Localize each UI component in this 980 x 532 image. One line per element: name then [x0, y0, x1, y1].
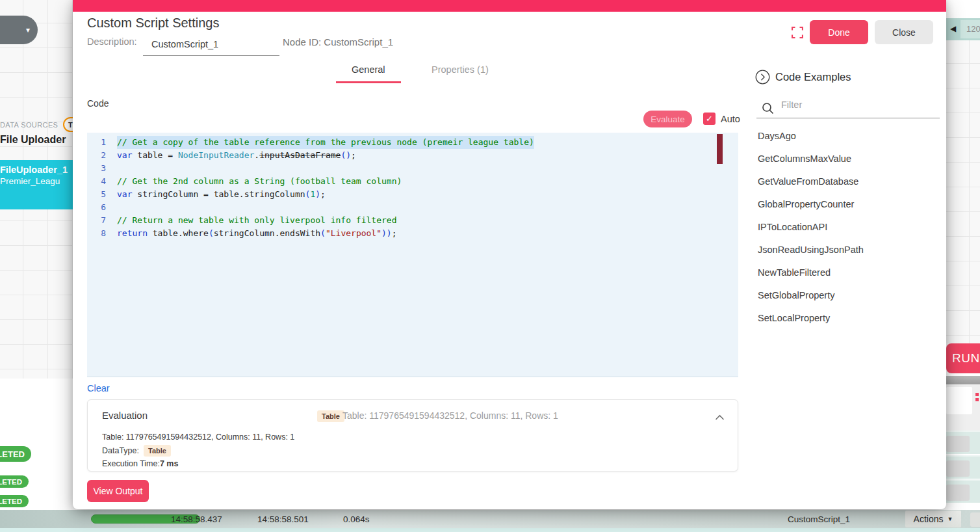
file-uploader-node[interactable]: FileUploader_1 Premier_Leagu [0, 160, 82, 209]
node-type-label: File Uploader [0, 134, 66, 146]
code-example-item[interactable]: SetGlobalProperty [758, 284, 941, 306]
execution-time-value: 7 ms [160, 459, 179, 468]
code-example-item[interactable]: JsonReadUsingJsonPath [758, 238, 941, 261]
line-number: 5 [87, 188, 117, 201]
code-examples-title: Code Examples [775, 71, 851, 83]
code-line[interactable]: 8return table.where(stringColumn.endsWit… [87, 227, 738, 240]
collapse-left-icon[interactable]: ◀ [950, 24, 956, 33]
tab-general[interactable]: General [336, 64, 401, 83]
dialog-title: Custom Script Settings [87, 16, 219, 31]
code-line[interactable]: 3 [87, 162, 738, 175]
code-example-item[interactable]: GetColumnsMaxValue [758, 147, 941, 170]
actions-dropdown-button[interactable]: Actions ▼ [905, 511, 961, 527]
result-row-fragment[interactable] [946, 479, 980, 503]
chevron-down-icon: ▾ [26, 25, 30, 34]
description-input[interactable] [143, 33, 279, 56]
code-text: var table = NodeInputReader.inputAsDataF… [117, 149, 356, 162]
code-line[interactable]: 6 [87, 201, 738, 214]
done-button[interactable]: Done [810, 20, 868, 44]
duration: 0.064s [343, 514, 370, 524]
datatype-badge: Table [144, 445, 171, 457]
evaluation-title: Evaluation [102, 410, 148, 421]
filter-underline [756, 118, 940, 118]
app-screen: ▾ DATA SOURCES TR File Uploader FileUplo… [0, 0, 980, 532]
start-time: 14:58:58.437 [171, 514, 222, 524]
clear-link[interactable]: Clear [87, 383, 110, 393]
code-text: return table.where(stringColumn.endsWith… [117, 227, 397, 240]
execution-time-row: Execution Time:7 ms [102, 459, 178, 468]
collapse-chevron-icon[interactable] [715, 411, 725, 423]
line-number: 4 [87, 175, 117, 188]
chevron-down-icon: ▼ [948, 516, 953, 522]
run-button[interactable]: RUN [946, 343, 980, 373]
line-number: 2 [87, 149, 117, 162]
code-text: // Return a new table with only liverpoo… [117, 214, 396, 227]
code-example-item[interactable]: SetLocalProperty [758, 306, 941, 329]
code-text: var stringColumn = table.stringColumn(1)… [117, 188, 326, 201]
right-panel-card-fragment [946, 387, 972, 414]
zoom-value: 120 [966, 24, 980, 34]
code-line[interactable]: 4// Get the 2nd column as a String (foot… [87, 175, 738, 188]
evaluation-table-detail: Table: 1179765491594432512, Columns: 11,… [102, 432, 294, 442]
table-type-badge: Table [317, 410, 344, 422]
custom-script-settings-dialog: Custom Script Settings Description: Node… [73, 0, 946, 509]
code-example-item[interactable]: GetValueFromDatabase [758, 170, 941, 193]
code-text: // Get a copy of the table reference fro… [117, 136, 534, 149]
node-title: FileUploader_1 [0, 165, 82, 175]
code-section-label: Code [87, 98, 109, 109]
code-line[interactable]: 5var stringColumn = table.stringColumn(1… [87, 188, 738, 201]
evaluate-button[interactable]: Evaluate [643, 111, 692, 127]
actions-label: Actions [914, 514, 944, 524]
status-badge: LETED [0, 495, 29, 507]
code-line[interactable]: 1// Get a copy of the table reference fr… [87, 136, 738, 149]
accent-dot [975, 393, 979, 396]
auto-checkbox[interactable]: ✓ [703, 113, 716, 125]
code-editor[interactable]: 1// Get a copy of the table reference fr… [87, 133, 738, 377]
bottom-edge-strip [0, 528, 980, 532]
code-example-item[interactable]: GlobalPropertyCounter [758, 193, 941, 215]
line-number: 7 [87, 214, 117, 227]
canvas-toolbar-pill[interactable]: ▾ [0, 16, 38, 44]
end-time: 14:58:58.501 [257, 514, 309, 524]
panel-divider [946, 376, 980, 384]
code-line[interactable]: 7// Return a new table with only liverpo… [87, 214, 738, 227]
code-text: // Get the 2nd column as a String (footb… [117, 175, 402, 188]
status-badge: LETED [0, 475, 29, 488]
node-subtitle: Premier_Leagu [0, 176, 82, 186]
close-button[interactable]: Close [875, 20, 933, 44]
evaluation-card: Evaluation Table Table: 1179765491594432… [87, 399, 738, 472]
view-output-button[interactable]: View Output [87, 480, 149, 502]
result-row-fragment[interactable] [946, 431, 980, 454]
auto-checkbox-label: Auto [721, 114, 740, 124]
line-number: 8 [87, 227, 117, 240]
accent-dot [975, 398, 979, 401]
zoom-control[interactable]: ◀ 120 [946, 18, 980, 40]
code-example-item[interactable]: IPToLocationAPI [758, 215, 941, 238]
filter-input[interactable] [780, 99, 938, 111]
code-examples-list: DaysAgoGetColumnsMaxValueGetValueFromDat… [758, 124, 941, 329]
code-line[interactable]: 2var table = NodeInputReader.inputAsData… [87, 149, 738, 162]
editor-scrollbar-thumb[interactable] [717, 134, 723, 164]
run-result-row[interactable]: 14:58:58.437 14:58:58.501 0.064s CustomS… [0, 510, 980, 528]
evaluation-summary: Table: 1179765491594432512, Columns: 11,… [342, 410, 558, 421]
datatype-label: DataType: [102, 446, 139, 455]
result-row-fragment[interactable] [946, 455, 980, 479]
execution-time-label: Execution Time: [102, 459, 160, 468]
search-icon [762, 102, 774, 117]
dialog-accent-bar [73, 0, 946, 12]
code-example-item[interactable]: NewTableFiltered [758, 261, 941, 284]
cut-button-fragment [946, 460, 970, 477]
cut-button-fragment [946, 436, 970, 452]
code-example-item[interactable]: DaysAgo [758, 124, 941, 147]
fullscreen-icon[interactable] [792, 27, 803, 41]
chevron-right-circle-icon[interactable] [755, 70, 770, 87]
cut-button-fragment [946, 485, 970, 501]
line-number: 1 [87, 136, 117, 149]
node-id-label: Node ID: CustomScript_1 [283, 36, 393, 47]
cut-button-fragment [970, 512, 980, 527]
status-badge: PLETED [0, 446, 31, 462]
line-number: 6 [87, 201, 117, 214]
workflow-canvas-right[interactable] [946, 40, 980, 343]
tab-properties[interactable]: Properties (1) [416, 64, 504, 81]
line-number: 3 [87, 162, 117, 175]
